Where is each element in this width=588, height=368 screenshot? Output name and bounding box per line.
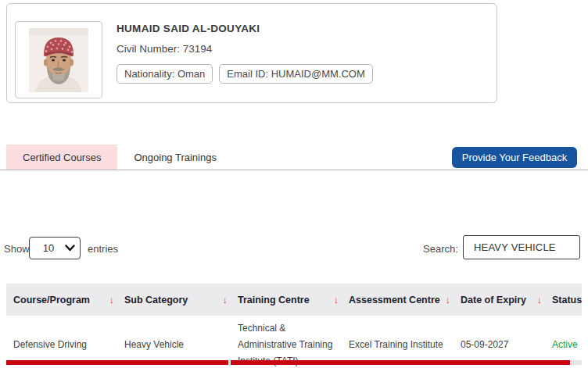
profile-card: HUMAID SAID AL-DOUYAKI Civil Number: 731…: [6, 3, 497, 103]
nationality-badge: Nationality: Oman: [117, 64, 213, 84]
tab-ongoing-trainings[interactable]: Ongoing Trainings: [117, 145, 233, 170]
email-badge: Email ID: HUMAID@MM.COM: [219, 64, 372, 84]
page-size-select[interactable]: 10: [29, 237, 81, 259]
sort-descending-icon[interactable]: ↓: [446, 294, 454, 305]
col-header-status[interactable]: Status: [545, 284, 582, 316]
show-label: Show: [4, 243, 30, 255]
tabbar: Certified Courses Ongoing Trainings: [6, 145, 233, 170]
civil-number: Civil Number: 73194: [117, 43, 373, 55]
bottom-scrollbar-track[interactable]: [6, 360, 582, 365]
search-label: Search:: [423, 243, 458, 255]
courses-table: Course/Program ↓ Sub Category ↓ Training…: [6, 284, 582, 368]
sort-descending-icon[interactable]: ↓: [537, 294, 546, 305]
profile-info: HUMAID SAID AL-DOUYAKI Civil Number: 731…: [117, 23, 373, 84]
search-input[interactable]: [463, 235, 580, 259]
col-header-course[interactable]: Course/Program ↓: [6, 284, 117, 316]
bottom-red-bar: [6, 360, 228, 365]
sort-descending-icon[interactable]: ↓: [109, 294, 118, 305]
page-size-value: 10: [30, 242, 63, 254]
col-header-sub-category[interactable]: Sub Category ↓: [117, 284, 231, 316]
profile-name: HUMAID SAID AL-DOUYAKI: [117, 23, 373, 34]
profile-photo-frame: [15, 21, 102, 98]
table-header-row: Course/Program ↓ Sub Category ↓ Training…: [6, 284, 582, 316]
sort-descending-icon[interactable]: ↓: [223, 294, 231, 305]
col-header-date-of-expiry[interactable]: Date of Expiry ↓: [454, 284, 545, 316]
col-header-assessment-centre[interactable]: Assessment Centre ↓: [342, 284, 454, 316]
provide-feedback-button[interactable]: Provide Your Feedback: [452, 147, 577, 168]
badge-row: Nationality: Oman Email ID: HUMAID@MM.CO…: [117, 64, 373, 84]
page: HUMAID SAID AL-DOUYAKI Civil Number: 731…: [0, 0, 588, 368]
sort-descending-icon[interactable]: ↓: [334, 294, 342, 305]
entries-label: entries: [88, 243, 118, 255]
chevron-down-icon: [63, 245, 77, 252]
tab-divider: [0, 170, 588, 170]
profile-photo: [29, 28, 88, 92]
tab-certified-courses[interactable]: Certified Courses: [6, 145, 117, 170]
col-header-training-centre[interactable]: Training Centre ↓: [231, 284, 342, 316]
bottom-red-bar: [231, 360, 570, 365]
